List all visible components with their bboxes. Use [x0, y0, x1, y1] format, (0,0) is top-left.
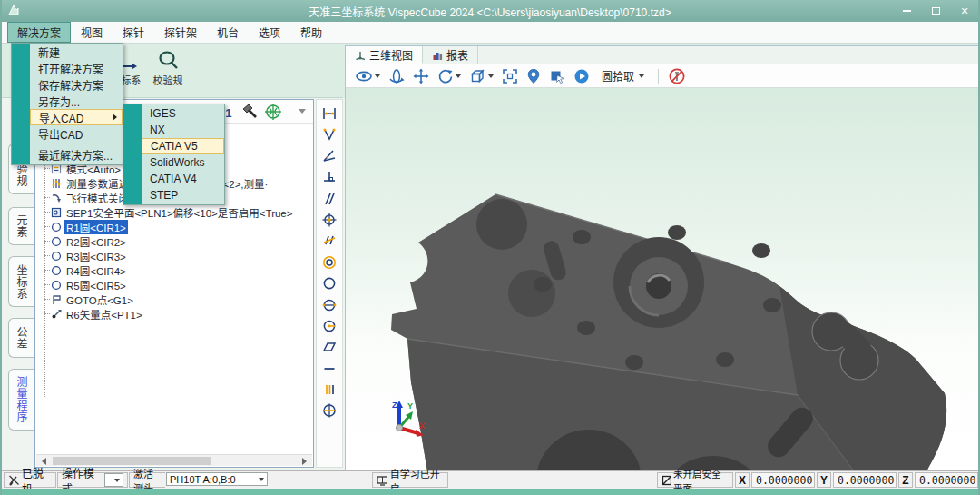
maximize-button[interactable] [929, 5, 942, 17]
self-learning-toggle[interactable]: 自学习已开启 [372, 472, 448, 488]
submenu-item-catia-v5[interactable]: CATIA V5 [142, 138, 224, 154]
position-icon[interactable] [321, 212, 338, 228]
locate-button[interactable] [526, 68, 541, 84]
probe-compass-icon[interactable] [264, 103, 282, 124]
axis-triad: Z Y X [386, 397, 426, 444]
tree-row[interactable]: SEP1安全平面<PLN1>偏移<10>是否启用<True> [35, 205, 313, 219]
solution-menu: 新建 打开解决方案 保存解决方案 另存为... 导入CAD 导出CAD 最近解决… [11, 43, 123, 165]
menu-help[interactable]: 帮助 [290, 22, 332, 43]
pan-button[interactable] [413, 68, 429, 84]
side-tab-coordinate[interactable]: 坐标系 [8, 256, 34, 307]
total-runout-icon[interactable] [321, 402, 338, 419]
menu-accent-strip [12, 44, 30, 164]
menu-item-open[interactable]: 打开解决方案 [30, 60, 122, 76]
menu-machine[interactable]: 机台 [207, 22, 249, 43]
view-toolbar: 圆拾取 [346, 64, 979, 88]
tree-label: GOTO点<G1> [64, 292, 135, 307]
box-select-button[interactable] [549, 68, 565, 84]
vector-point-icon [51, 309, 62, 320]
run-icon [573, 68, 590, 84]
cube-view-icon [469, 68, 486, 84]
circle-icon [51, 236, 62, 247]
circle-pick-combo[interactable]: 圆拾取 [598, 66, 648, 85]
roundness-icon[interactable] [321, 275, 338, 292]
tree-toolbar-overflow-icon[interactable] [299, 109, 306, 114]
offline-status: 已脱机 [4, 472, 56, 488]
menu-item-recent[interactable]: 最近解决方案... [30, 146, 122, 163]
minimize-button[interactable] [900, 5, 913, 17]
active-probe-select[interactable]: PH10T A:0,B:0 [166, 472, 268, 486]
straightness-icon[interactable] [321, 361, 338, 377]
view-panel: 三维视图 报表 [345, 45, 980, 470]
tree-label: R2圆<CIR2> [64, 234, 128, 249]
view-tab-bar: 三维视图 报表 [346, 46, 979, 64]
angle-between-icon[interactable] [321, 126, 338, 143]
submenu-item-iges[interactable]: IGES [142, 105, 224, 122]
menu-probe-rack[interactable]: 探针架 [154, 22, 207, 43]
submenu-item-step[interactable]: STEP [142, 187, 224, 203]
tree-row[interactable]: R5圆<CIR5> [35, 278, 313, 292]
tree-row[interactable]: R4圆<CIR4> [35, 263, 313, 277]
zoom-fit-button[interactable] [502, 68, 518, 84]
submenu-item-nx[interactable]: NX [142, 122, 224, 138]
menu-options[interactable]: 选项 [249, 22, 290, 43]
cad-model[interactable] [346, 88, 979, 470]
flatness-icon[interactable] [321, 339, 338, 355]
probe-disabled-button[interactable] [669, 68, 685, 84]
element-toolbar [316, 99, 343, 468]
gauge-check-button[interactable]: 校验规 [147, 50, 189, 87]
tree-row-selected[interactable]: R1圆<CIR1> [35, 220, 313, 233]
radius-icon[interactable] [321, 318, 338, 334]
submenu-item-catia-v4[interactable]: CATIA V4 [142, 171, 224, 187]
distance-icon[interactable] [321, 105, 338, 122]
menu-item-import-cad[interactable]: 导入CAD [30, 109, 122, 125]
menu-view[interactable]: 视图 [71, 22, 113, 43]
operation-mode-select[interactable] [104, 473, 123, 487]
cube-view-button[interactable] [469, 68, 494, 84]
chevron-down-icon[interactable] [488, 74, 494, 78]
visibility-button[interactable] [355, 69, 380, 84]
menu-probe[interactable]: 探针 [113, 22, 154, 43]
active-probe-label-seg: 激活测头 [129, 472, 165, 488]
symmetry-icon[interactable] [321, 233, 338, 249]
chevron-down-icon[interactable] [375, 74, 380, 78]
side-tab-tolerance[interactable]: 公差 [8, 318, 34, 358]
side-tab-program[interactable]: 测量程序 [8, 369, 34, 431]
side-tab-elements[interactable]: 元素 [8, 207, 34, 245]
toolbar-separator [658, 69, 659, 84]
run-button[interactable] [573, 68, 590, 84]
angle-icon[interactable] [321, 148, 338, 164]
tree-row[interactable]: R3圆<CIR3> [35, 249, 313, 262]
menu-solution[interactable]: 解决方案 [7, 22, 71, 43]
diameter-icon[interactable] [321, 297, 338, 313]
hammer-icon[interactable] [240, 103, 259, 124]
probe-disabled-icon [669, 68, 685, 84]
menu-item-new[interactable]: 新建 [30, 44, 122, 60]
runout-icon[interactable] [321, 381, 338, 398]
tree-label: R4圆<CIR4> [64, 263, 128, 278]
circle-icon [51, 265, 62, 276]
tree-row[interactable]: R6矢量点<PT1> [35, 307, 313, 321]
chevron-down-icon[interactable] [456, 74, 461, 78]
measure-params-icon [51, 178, 62, 189]
close-button[interactable]: ✕ [958, 5, 971, 17]
parallelism-icon[interactable] [321, 191, 338, 207]
menu-item-save-as[interactable]: 另存为... [30, 93, 122, 109]
orbit-button[interactable] [388, 68, 405, 84]
tab-report-label: 报表 [446, 47, 468, 63]
tab-report[interactable]: 报表 [423, 46, 478, 64]
chevron-down-icon[interactable] [639, 74, 644, 78]
concentricity-icon[interactable] [321, 254, 338, 271]
submenu-item-solidworks[interactable]: SolidWorks [142, 154, 224, 171]
tree-row[interactable]: GOTO点<G1> [35, 292, 313, 306]
3d-viewport[interactable]: Z Y X [346, 88, 979, 470]
menu-item-save[interactable]: 保存解决方案 [30, 76, 122, 93]
menu-separator [35, 144, 117, 144]
scroll-right-icon[interactable] [302, 458, 307, 465]
perpendicularity-icon[interactable] [321, 169, 338, 185]
menu-item-export-cad[interactable]: 导出CAD [30, 125, 122, 142]
tab-3d-view[interactable]: 三维视图 [346, 46, 423, 64]
rotate-button[interactable] [437, 68, 461, 84]
tree-row[interactable]: R2圆<CIR2> [35, 234, 313, 248]
box-select-icon [549, 68, 565, 84]
